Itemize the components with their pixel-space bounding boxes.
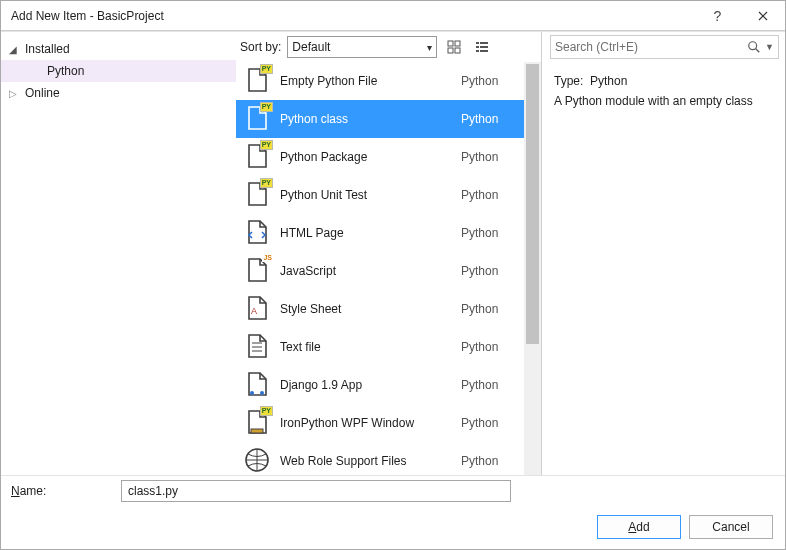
- template-name: Empty Python File: [280, 74, 451, 88]
- svg-rect-0: [448, 41, 453, 46]
- template-item[interactable]: AStyle SheetPython: [236, 290, 524, 328]
- sort-dropdown[interactable]: Default: [287, 36, 437, 58]
- scrollbar[interactable]: [524, 62, 541, 475]
- sort-label: Sort by:: [240, 40, 281, 54]
- scrollbar-thumb[interactable]: [526, 64, 539, 344]
- dialog-footer: Add Cancel: [1, 505, 785, 549]
- tree-online[interactable]: Online: [1, 82, 236, 104]
- category-tree: Installed Python Online: [1, 32, 236, 475]
- svg-rect-5: [480, 42, 488, 44]
- name-input[interactable]: class1.py: [121, 480, 511, 502]
- sort-value: Default: [292, 40, 330, 54]
- grid-icon: [447, 40, 461, 54]
- template-name: Style Sheet: [280, 302, 451, 316]
- template-language: Python: [461, 188, 516, 202]
- search-icon: [747, 40, 761, 54]
- svg-point-18: [749, 42, 757, 50]
- template-language: Python: [461, 302, 516, 316]
- detail-type-row: Type: Python: [554, 74, 773, 88]
- template-list: PYEmpty Python FilePythonPYPython classP…: [236, 62, 541, 475]
- template-language: Python: [461, 264, 516, 278]
- file-icon: [244, 334, 270, 360]
- list-toolbar: Sort by: Default: [236, 32, 541, 62]
- close-icon: [758, 11, 768, 21]
- svg-text:A: A: [251, 306, 257, 316]
- svg-rect-6: [476, 46, 479, 48]
- add-button[interactable]: Add: [597, 515, 681, 539]
- template-name: Text file: [280, 340, 451, 354]
- file-icon: PY: [244, 144, 270, 170]
- window-title: Add New Item - BasicProject: [11, 9, 695, 23]
- template-item[interactable]: Web Role Support FilesPython: [236, 442, 524, 475]
- cancel-button[interactable]: Cancel: [689, 515, 773, 539]
- template-language: Python: [461, 112, 516, 126]
- file-icon: PY: [244, 106, 270, 132]
- name-value: class1.py: [128, 484, 178, 498]
- close-button[interactable]: [740, 1, 785, 31]
- svg-rect-8: [476, 50, 479, 52]
- template-name: JavaScript: [280, 264, 451, 278]
- svg-rect-4: [476, 42, 479, 44]
- template-language: Python: [461, 378, 516, 392]
- tree-python[interactable]: Python: [1, 60, 236, 82]
- template-item[interactable]: PYPython Unit TestPython: [236, 176, 524, 214]
- expander-icon[interactable]: [9, 44, 19, 55]
- template-name: HTML Page: [280, 226, 451, 240]
- list-icon: [475, 40, 489, 54]
- svg-line-19: [756, 49, 760, 53]
- template-language: Python: [461, 226, 516, 240]
- template-name: Web Role Support Files: [280, 454, 451, 468]
- template-name: IronPython WPF Window: [280, 416, 451, 430]
- svg-rect-9: [480, 50, 488, 52]
- template-item[interactable]: HTML PagePython: [236, 214, 524, 252]
- view-small-icons-button[interactable]: [471, 36, 493, 58]
- svg-point-15: [260, 391, 264, 395]
- search-placeholder: Search (Ctrl+E): [555, 40, 747, 54]
- template-item[interactable]: PYPython classPython: [236, 100, 524, 138]
- tree-label: Online: [23, 86, 60, 100]
- svg-rect-7: [480, 46, 488, 48]
- svg-point-14: [250, 391, 254, 395]
- template-item[interactable]: PYIronPython WPF WindowPython: [236, 404, 524, 442]
- file-icon: PY: [244, 68, 270, 94]
- file-icon: [244, 372, 270, 398]
- template-panel: Sort by: Default PYEmpty Python FilePyth…: [236, 32, 541, 475]
- template-name: Python class: [280, 112, 451, 126]
- tree-installed[interactable]: Installed: [1, 38, 236, 60]
- name-label: Name:: [11, 484, 111, 498]
- details-panel: Search (Ctrl+E) ▼ Type: Python A Python …: [541, 32, 785, 475]
- template-item[interactable]: JSJavaScriptPython: [236, 252, 524, 290]
- help-button[interactable]: ?: [695, 1, 740, 31]
- template-item[interactable]: Text filePython: [236, 328, 524, 366]
- template-language: Python: [461, 150, 516, 164]
- template-language: Python: [461, 454, 516, 468]
- svg-rect-16: [251, 429, 263, 433]
- search-dropdown-icon[interactable]: ▼: [761, 42, 774, 52]
- file-icon: PY: [244, 182, 270, 208]
- template-language: Python: [461, 416, 516, 430]
- titlebar: Add New Item - BasicProject ?: [1, 1, 785, 31]
- tree-label: Installed: [23, 42, 70, 56]
- template-language: Python: [461, 340, 516, 354]
- file-icon: PY: [244, 410, 270, 436]
- template-name: Django 1.9 App: [280, 378, 451, 392]
- view-medium-icons-button[interactable]: [443, 36, 465, 58]
- file-icon: [244, 448, 270, 474]
- detail-type-value: Python: [590, 74, 627, 88]
- svg-rect-2: [448, 48, 453, 53]
- svg-rect-3: [455, 48, 460, 53]
- file-icon: JS: [244, 258, 270, 284]
- details-content: Type: Python A Python module with an emp…: [542, 62, 785, 126]
- detail-description: A Python module with an empty class: [554, 94, 773, 108]
- expander-icon[interactable]: [9, 88, 19, 99]
- main-columns: Installed Python Online Sort by: Default…: [1, 31, 785, 475]
- template-language: Python: [461, 74, 516, 88]
- template-item[interactable]: PYEmpty Python FilePython: [236, 62, 524, 100]
- template-item[interactable]: Django 1.9 AppPython: [236, 366, 524, 404]
- template-item[interactable]: PYPython PackagePython: [236, 138, 524, 176]
- help-icon: ?: [714, 8, 722, 24]
- file-icon: A: [244, 296, 270, 322]
- search-input[interactable]: Search (Ctrl+E) ▼: [550, 35, 779, 59]
- file-icon: [244, 220, 270, 246]
- name-bar: Name: class1.py: [1, 475, 785, 505]
